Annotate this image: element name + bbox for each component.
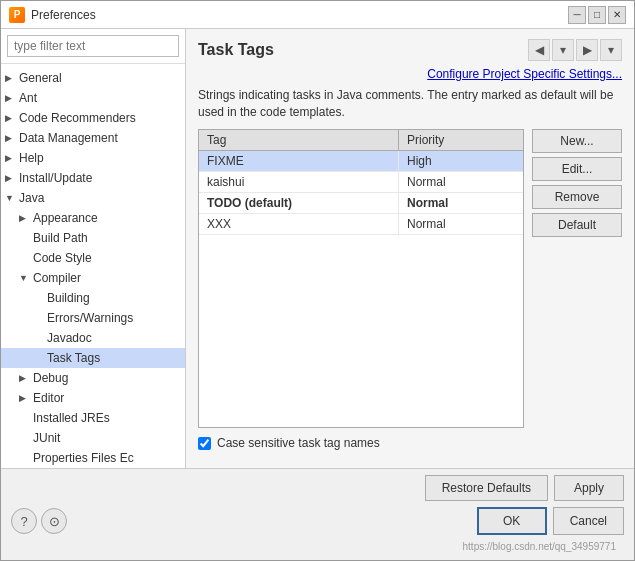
- content-area: ▶ General ▶ Ant ▶ Code Recommenders ▶ Da…: [1, 29, 634, 468]
- task-table: Tag Priority FIXME High kaishui Normal: [198, 129, 524, 428]
- watermark: https://blog.csdn.net/qq_34959771: [11, 541, 624, 554]
- sidebar-item-label: Editor: [33, 391, 64, 405]
- ok-cancel-row: ? ⊙ OK Cancel: [11, 507, 624, 535]
- sidebar-item-compiler[interactable]: ▼ Compiler: [1, 268, 185, 288]
- sidebar-item-label: Data Management: [19, 131, 118, 145]
- sidebar: ▶ General ▶ Ant ▶ Code Recommenders ▶ Da…: [1, 29, 186, 468]
- sidebar-item-label: JUnit: [33, 431, 60, 445]
- apply-button[interactable]: Apply: [554, 475, 624, 501]
- td-tag: XXX: [199, 214, 399, 234]
- remove-button[interactable]: Remove: [532, 185, 622, 209]
- app-icon: P: [9, 7, 25, 23]
- sidebar-item-code-style[interactable]: Code Style: [1, 248, 185, 268]
- arrow-icon: ▶: [5, 93, 19, 103]
- sidebar-item-java[interactable]: ▼ Java: [1, 188, 185, 208]
- sidebar-item-label: Errors/Warnings: [47, 311, 133, 325]
- col-header-tag: Tag: [199, 130, 399, 150]
- sidebar-item-install-update[interactable]: ▶ Install/Update: [1, 168, 185, 188]
- ok-cancel-right: OK Cancel: [477, 507, 624, 535]
- arrow-icon: ▶: [19, 213, 33, 223]
- sidebar-item-label: Building: [47, 291, 90, 305]
- sidebar-item-label: Code Recommenders: [19, 111, 136, 125]
- sidebar-item-code-recommenders[interactable]: ▶ Code Recommenders: [1, 108, 185, 128]
- sidebar-item-label: Installed JREs: [33, 411, 110, 425]
- table-row[interactable]: XXX Normal: [199, 214, 523, 235]
- panel-header: Task Tags ◀ ▾ ▶ ▾: [198, 39, 622, 61]
- arrow-icon: ▶: [19, 393, 33, 403]
- configure-project-link[interactable]: Configure Project Specific Settings...: [198, 67, 622, 81]
- nav-dropdown-button[interactable]: ▾: [552, 39, 574, 61]
- nav-buttons: ◀ ▾ ▶ ▾: [528, 39, 622, 61]
- new-button[interactable]: New...: [532, 129, 622, 153]
- maximize-button[interactable]: □: [588, 6, 606, 24]
- sidebar-item-ant[interactable]: ▶ Ant: [1, 88, 185, 108]
- case-sensitive-checkbox[interactable]: [198, 437, 211, 450]
- help-button[interactable]: ?: [11, 508, 37, 534]
- table-header: Tag Priority: [199, 130, 523, 151]
- info-button[interactable]: ⊙: [41, 508, 67, 534]
- search-box: [1, 29, 185, 64]
- table-row[interactable]: FIXME High: [199, 151, 523, 172]
- nav-forward-button[interactable]: ▶: [576, 39, 598, 61]
- default-button[interactable]: Default: [532, 213, 622, 237]
- td-tag: kaishui: [199, 172, 399, 192]
- cancel-button[interactable]: Cancel: [553, 507, 624, 535]
- td-tag: FIXME: [199, 151, 399, 171]
- panel-title: Task Tags: [198, 41, 274, 59]
- sidebar-item-help[interactable]: ▶ Help: [1, 148, 185, 168]
- arrow-icon: ▶: [5, 133, 19, 143]
- sidebar-item-label: Compiler: [33, 271, 81, 285]
- sidebar-item-label: Ant: [19, 91, 37, 105]
- sidebar-item-installed-jres[interactable]: Installed JREs: [1, 408, 185, 428]
- window-title: Preferences: [31, 8, 96, 22]
- search-input[interactable]: [7, 35, 179, 57]
- window-controls: ─ □ ✕: [568, 6, 626, 24]
- sidebar-item-label: Install/Update: [19, 171, 92, 185]
- sidebar-item-label: Properties Files Ec: [33, 451, 134, 465]
- help-buttons: ? ⊙: [11, 508, 67, 534]
- minimize-button[interactable]: ─: [568, 6, 586, 24]
- sidebar-item-label: Debug: [33, 371, 68, 385]
- sidebar-item-label: Code Style: [33, 251, 92, 265]
- td-priority: High: [399, 151, 523, 171]
- ok-button[interactable]: OK: [477, 507, 547, 535]
- td-priority: Normal: [399, 172, 523, 192]
- sidebar-item-javadoc[interactable]: Javadoc: [1, 328, 185, 348]
- arrow-icon: ▶: [5, 173, 19, 183]
- sidebar-item-data-management[interactable]: ▶ Data Management: [1, 128, 185, 148]
- nav-menu-button[interactable]: ▾: [600, 39, 622, 61]
- sidebar-item-label: Help: [19, 151, 44, 165]
- edit-button[interactable]: Edit...: [532, 157, 622, 181]
- nav-back-button[interactable]: ◀: [528, 39, 550, 61]
- sidebar-item-general[interactable]: ▶ General: [1, 68, 185, 88]
- sidebar-item-label: Task Tags: [47, 351, 100, 365]
- arrow-icon: ▼: [5, 193, 19, 203]
- sidebar-item-label: Java: [19, 191, 44, 205]
- sidebar-item-editor[interactable]: ▶ Editor: [1, 388, 185, 408]
- arrow-icon: ▶: [5, 113, 19, 123]
- sidebar-item-label: Appearance: [33, 211, 98, 225]
- preferences-window: P Preferences ─ □ ✕ ▶ General: [0, 0, 635, 561]
- tree-area: ▶ General ▶ Ant ▶ Code Recommenders ▶ Da…: [1, 64, 185, 468]
- restore-apply-row: Restore Defaults Apply: [11, 475, 624, 501]
- sidebar-item-building[interactable]: Building: [1, 288, 185, 308]
- close-button[interactable]: ✕: [608, 6, 626, 24]
- restore-defaults-button[interactable]: Restore Defaults: [425, 475, 548, 501]
- table-row[interactable]: kaishui Normal: [199, 172, 523, 193]
- sidebar-item-build-path[interactable]: Build Path: [1, 228, 185, 248]
- sidebar-item-debug[interactable]: ▶ Debug: [1, 368, 185, 388]
- sidebar-item-appearance[interactable]: ▶ Appearance: [1, 208, 185, 228]
- sidebar-item-task-tags[interactable]: Task Tags: [1, 348, 185, 368]
- sidebar-item-properties-files[interactable]: Properties Files Ec: [1, 448, 185, 468]
- arrow-icon: ▼: [19, 273, 33, 283]
- arrow-icon: ▶: [5, 153, 19, 163]
- td-priority: Normal: [399, 193, 523, 213]
- arrow-icon: ▶: [19, 373, 33, 383]
- side-buttons: New... Edit... Remove Default: [532, 129, 622, 428]
- sidebar-item-junit[interactable]: JUnit: [1, 428, 185, 448]
- td-priority: Normal: [399, 214, 523, 234]
- sidebar-item-errors-warnings[interactable]: Errors/Warnings: [1, 308, 185, 328]
- checkbox-label[interactable]: Case sensitive task tag names: [217, 436, 380, 450]
- table-row[interactable]: TODO (default) Normal: [199, 193, 523, 214]
- description-text: Strings indicating tasks in Java comment…: [198, 87, 622, 121]
